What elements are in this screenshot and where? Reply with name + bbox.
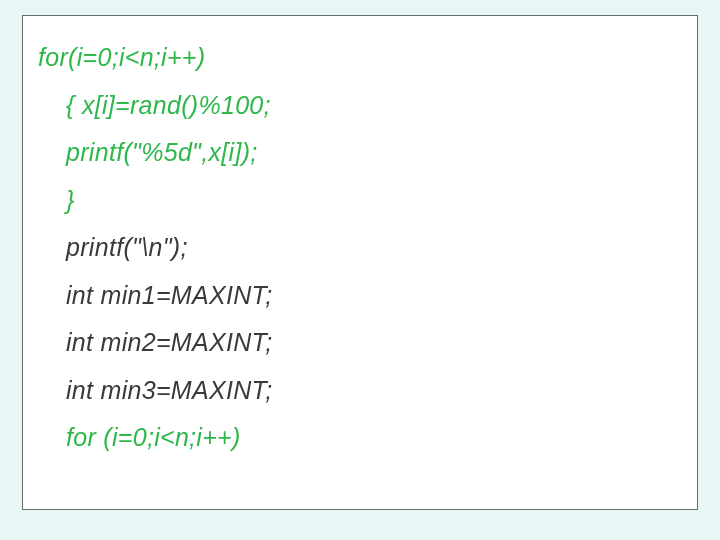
code-line-8: int min3=MAXINT; [38, 367, 682, 415]
code-line-9: for (i=0;i<n;i++) [38, 414, 682, 462]
code-line-5: printf("\n"); [38, 224, 682, 272]
code-line-1: for(i=0;i<n;i++) [38, 34, 682, 82]
code-line-6: int min1=MAXINT; [38, 272, 682, 320]
code-line-3: printf("%5d",x[i]); [38, 129, 682, 177]
code-line-7: int min2=MAXINT; [38, 319, 682, 367]
code-line-2: { x[i]=rand()%100; [38, 82, 682, 130]
code-line-4: } [38, 177, 682, 225]
code-container: for(i=0;i<n;i++) { x[i]=rand()%100; prin… [22, 15, 698, 510]
